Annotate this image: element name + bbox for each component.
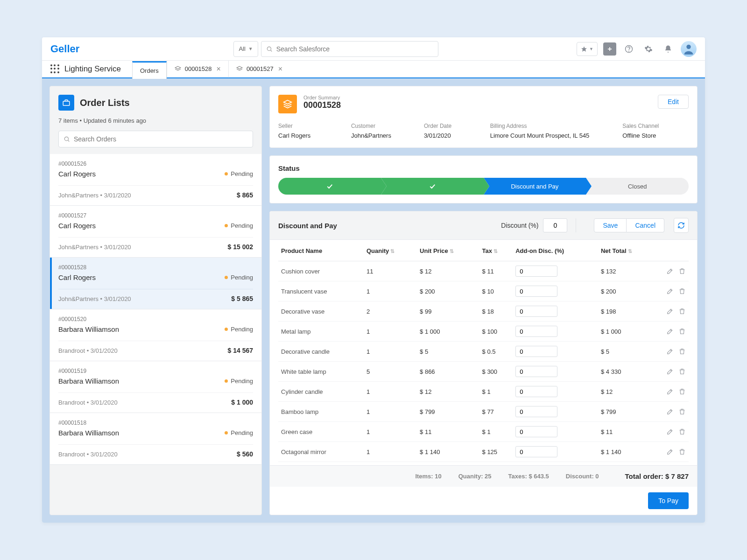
table-row: White table lamp5$ 866$ 300$ 4 330 — [278, 362, 689, 382]
delete-row-button[interactable] — [678, 287, 686, 295]
addon-input[interactable] — [515, 346, 557, 357]
column-header[interactable]: Unit Price⇅ — [417, 240, 479, 261]
delete-row-button[interactable] — [678, 368, 686, 375]
order-search-input[interactable] — [74, 135, 248, 143]
order-card[interactable]: #00001520Barbara WilliamsonPendingBrandr… — [50, 309, 261, 361]
add-button[interactable] — [603, 42, 616, 56]
app-launcher-icon[interactable] — [50, 64, 60, 74]
edit-row-button[interactable] — [666, 408, 674, 415]
edit-icon — [666, 388, 674, 395]
cell-tax: $ 0.5 — [479, 342, 513, 362]
delete-row-button[interactable] — [678, 448, 686, 455]
global-search-input[interactable] — [276, 45, 433, 53]
edit-row-button[interactable] — [666, 267, 674, 275]
user-avatar[interactable] — [681, 41, 697, 57]
delete-row-button[interactable] — [678, 408, 686, 415]
order-search[interactable] — [58, 131, 253, 147]
search-type-dropdown[interactable]: All ▼ — [233, 41, 258, 57]
delete-row-button[interactable] — [678, 267, 686, 275]
delete-row-button[interactable] — [678, 348, 686, 355]
status-step[interactable] — [278, 178, 381, 195]
reload-button[interactable] — [674, 218, 689, 233]
status-step[interactable]: Discount and Pay — [484, 178, 586, 195]
edit-row-button[interactable] — [666, 448, 674, 455]
cell-name: Cylinder candle — [278, 382, 364, 402]
addon-input[interactable] — [515, 326, 557, 337]
order-card[interactable]: #00001528Carl RogersPendingJohn&Partners… — [50, 258, 261, 309]
tab-00001527[interactable]: 00001527× — [228, 60, 290, 78]
edit-row-button[interactable] — [666, 428, 674, 435]
briefcase-icon — [58, 95, 74, 111]
notifications-button[interactable] — [661, 42, 675, 56]
addon-input[interactable] — [515, 366, 557, 377]
save-button[interactable]: Save — [594, 218, 627, 232]
delete-row-button[interactable] — [678, 428, 686, 435]
cell-price: $ 12 — [417, 261, 479, 281]
order-amount: $ 15 002 — [228, 243, 254, 251]
addon-input[interactable] — [515, 266, 557, 277]
discount-input[interactable] — [543, 218, 567, 232]
cell-price: $ 99 — [417, 301, 479, 322]
order-card[interactable]: #00001526Carl RogersPendingJohn&Partners… — [50, 154, 261, 206]
addon-input[interactable] — [515, 446, 557, 457]
totals-items: Items: 10 — [415, 473, 441, 480]
edit-row-button[interactable] — [666, 328, 674, 335]
table-row: Cushion cover11$ 12$ 11$ 132 — [278, 261, 689, 281]
addon-input[interactable] — [515, 306, 557, 317]
delete-row-button[interactable] — [678, 328, 686, 335]
edit-row-button[interactable] — [666, 388, 674, 395]
bell-icon — [664, 45, 672, 53]
edit-row-button[interactable] — [666, 287, 674, 295]
global-search[interactable] — [261, 41, 438, 57]
tab-label: 00001528 — [185, 65, 212, 72]
cell-name: Octagonal mirror — [278, 442, 364, 462]
favorites-button[interactable]: ▼ — [577, 42, 598, 56]
status-step[interactable]: Closed — [586, 178, 689, 195]
settings-button[interactable] — [641, 42, 655, 56]
order-customer: Brandroot • 3/01/2020 — [58, 399, 118, 406]
order-status: Pending — [225, 326, 253, 333]
addon-input[interactable] — [515, 426, 557, 437]
trash-icon — [678, 267, 686, 275]
order-card[interactable]: #00001527Carl RogersPendingJohn&Partners… — [50, 206, 261, 258]
order-customer: Brandroot • 3/01/2020 — [58, 451, 118, 458]
edit-icon — [666, 267, 674, 275]
cancel-button[interactable]: Cancel — [627, 218, 664, 232]
close-icon[interactable]: × — [278, 65, 282, 73]
order-card[interactable]: #00001518Barbara WilliamsonPendingBrandr… — [50, 413, 261, 465]
help-button[interactable] — [622, 42, 636, 56]
close-icon[interactable]: × — [217, 65, 221, 73]
summary-field: Order Date3/01/2020 — [424, 123, 490, 139]
order-status: Pending — [225, 170, 253, 177]
check-icon — [429, 182, 436, 190]
field-value: 3/01/2020 — [424, 132, 490, 139]
addon-input[interactable] — [515, 286, 557, 297]
sidebar-meta: 7 items • Updated 6 minutes ago — [58, 117, 253, 124]
column-header[interactable]: Tax⇅ — [479, 240, 513, 261]
order-card[interactable]: #00001519Barbara WilliamsonPendingBrandr… — [50, 361, 261, 413]
column-header[interactable]: Add-on Disc. (%) — [513, 240, 598, 261]
pay-button[interactable]: To Pay — [648, 492, 689, 509]
order-number: #00001520 — [58, 316, 253, 322]
cell-tax: $ 125 — [479, 442, 513, 462]
chevron-down-icon: ▼ — [248, 46, 253, 51]
tab-00001528[interactable]: 00001528× — [167, 60, 228, 78]
cell-qty: 1 — [364, 402, 417, 422]
status-step[interactable] — [381, 178, 484, 195]
delete-row-button[interactable] — [678, 388, 686, 395]
addon-input[interactable] — [515, 406, 557, 417]
edit-row-button[interactable] — [666, 308, 674, 315]
edit-row-button[interactable] — [666, 348, 674, 355]
svg-point-6 — [629, 51, 629, 51]
delete-row-button[interactable] — [678, 308, 686, 315]
app-name: Lighting Service — [64, 64, 121, 74]
discount-label: Discount (%) — [501, 222, 538, 229]
edit-button[interactable]: Edit — [658, 95, 689, 109]
tab-orders[interactable]: Orders — [132, 61, 167, 79]
column-header[interactable]: Quanity⇅ — [364, 240, 417, 261]
order-number: #00001526 — [58, 161, 253, 167]
addon-input[interactable] — [515, 386, 557, 397]
edit-row-button[interactable] — [666, 368, 674, 375]
column-header[interactable]: Net Total⇅ — [598, 240, 656, 261]
column-header[interactable]: Product Name — [278, 240, 364, 261]
